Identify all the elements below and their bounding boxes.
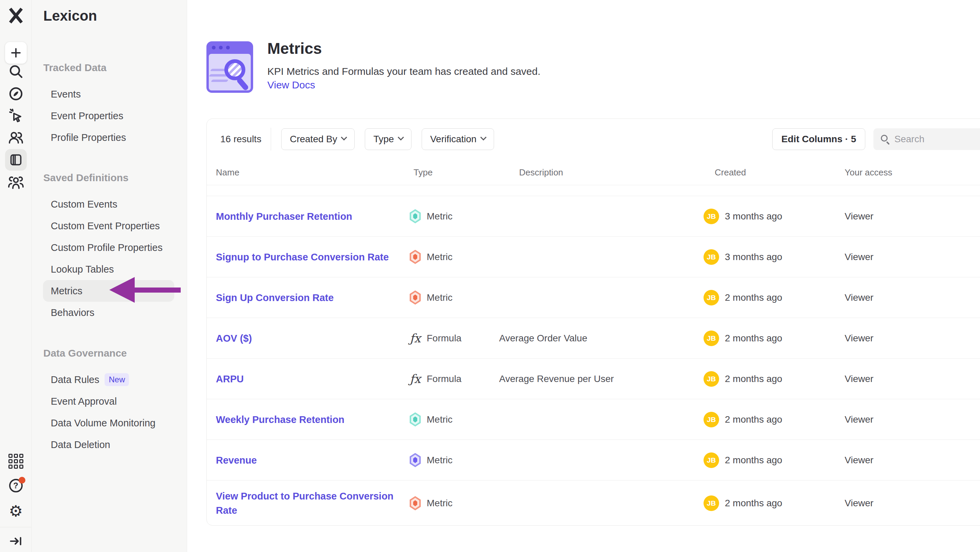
users-icon[interactable] bbox=[8, 129, 24, 146]
filter-created-by[interactable]: Created By bbox=[281, 128, 355, 150]
metric-name-link[interactable]: Monthly Purchaser Retention bbox=[216, 209, 406, 223]
create-plus-button[interactable] bbox=[5, 42, 27, 64]
group-icon[interactable] bbox=[8, 175, 24, 191]
sidebar-item-label: Event Approval bbox=[51, 391, 117, 412]
sidebar-item-custom-profile-properties[interactable]: Custom Profile Properties bbox=[43, 237, 174, 258]
type-label: Metric bbox=[427, 211, 452, 222]
apps-grid-icon[interactable] bbox=[8, 454, 23, 469]
search-nav-icon[interactable] bbox=[8, 63, 24, 80]
sidebar-item-event-approval[interactable]: Event Approval bbox=[43, 391, 174, 412]
created-time: 3 months ago bbox=[725, 252, 783, 262]
sidebar-section-label: Saved Definitions bbox=[43, 172, 187, 184]
new-badge: New bbox=[105, 373, 129, 386]
sidebar-item-events[interactable]: Events bbox=[43, 83, 174, 105]
sidebar-item-profile-properties[interactable]: Profile Properties bbox=[43, 127, 174, 148]
sidebar-item-event-properties[interactable]: Event Properties bbox=[43, 105, 174, 127]
type-cell: Metric bbox=[409, 453, 452, 467]
rail-divider bbox=[0, 527, 32, 527]
type-label: Metric bbox=[427, 498, 452, 509]
chevron-down-icon bbox=[341, 134, 347, 140]
chevron-down-icon bbox=[398, 134, 404, 140]
speed-line bbox=[211, 80, 229, 82]
created-cell: JB 2 months ago bbox=[703, 495, 783, 511]
table-search bbox=[873, 128, 980, 150]
sidebar-section-label: Tracked Data bbox=[43, 62, 187, 74]
avatar: JB bbox=[703, 412, 719, 428]
created-time: 2 months ago bbox=[725, 414, 783, 425]
table-row: Monthly Purchaser Retention Metric JB 3 … bbox=[207, 196, 980, 237]
window-dot bbox=[212, 46, 216, 49]
window-dot bbox=[219, 46, 223, 49]
edit-columns-button[interactable]: Edit Columns · 5 bbox=[772, 128, 865, 150]
created-time: 2 months ago bbox=[725, 292, 783, 303]
sidebar-item-label: Custom Events bbox=[51, 193, 118, 215]
sidebar-item-label: Events bbox=[51, 83, 81, 105]
events-cursor-click-icon[interactable] bbox=[8, 107, 24, 124]
sign-out-icon[interactable] bbox=[8, 534, 23, 549]
metric-name-link[interactable]: Revenue bbox=[216, 453, 406, 467]
settings-gear-icon[interactable]: ⚙ bbox=[9, 503, 23, 519]
window-dot bbox=[226, 46, 230, 49]
mixpanel-logo-icon[interactable] bbox=[8, 8, 24, 24]
sidebar-item-custom-events[interactable]: Custom Events bbox=[43, 193, 174, 215]
created-cell: JB 3 months ago bbox=[703, 249, 783, 265]
filter-type[interactable]: Type bbox=[365, 128, 412, 150]
avatar: JB bbox=[703, 249, 719, 265]
filter-label: Verification bbox=[430, 134, 476, 145]
metric-hexagon-icon bbox=[409, 412, 422, 427]
sidebar-section-label: Data Governance bbox=[43, 347, 187, 359]
metric-name-link[interactable]: View Product to Purchase Conversion Rate bbox=[216, 489, 406, 517]
sidebar-item-label: Metrics bbox=[51, 280, 82, 302]
sidebar-item-data-deletion[interactable]: Data Deletion bbox=[43, 434, 174, 455]
metric-name-link[interactable]: ARPU bbox=[216, 372, 406, 386]
sidebar-item-label: Event Properties bbox=[51, 105, 123, 127]
table-header-row: Name Type Description Created Your acces… bbox=[207, 160, 980, 185]
sidebar-section: Tracked Data Events Event Properties Pro… bbox=[32, 62, 187, 148]
search-input[interactable] bbox=[894, 134, 979, 145]
column-header-your-access: Your access bbox=[845, 167, 892, 177]
notification-dot bbox=[19, 477, 25, 483]
formula-fx-icon: ƒx bbox=[409, 332, 422, 345]
formula-fx-icon: ƒx bbox=[409, 372, 422, 386]
sidebar-section: Data Governance Data Rules New Event App… bbox=[32, 347, 187, 455]
type-label: Metric bbox=[427, 414, 452, 425]
type-cell: Metric bbox=[409, 209, 452, 223]
lexicon-panel-icon-selected[interactable] bbox=[5, 149, 27, 171]
type-cell: Metric bbox=[409, 290, 452, 305]
sidebar-item-data-rules[interactable]: Data Rules New bbox=[43, 369, 174, 391]
metric-name-link[interactable]: Sign Up Conversion Rate bbox=[216, 290, 406, 305]
table-row: Weekly Purchase Retention Metric JB 2 mo… bbox=[207, 399, 980, 440]
created-cell: JB 2 months ago bbox=[703, 290, 783, 305]
help-icon[interactable]: ? bbox=[8, 478, 23, 493]
avatar: JB bbox=[703, 371, 719, 387]
filter-label: Created By bbox=[290, 134, 337, 145]
metric-name-link[interactable]: Weekly Purchase Retention bbox=[216, 412, 406, 427]
description-cell: Average Order Value bbox=[499, 333, 587, 344]
search-icon bbox=[881, 135, 888, 142]
sidebar-item-data-volume-monitoring[interactable]: Data Volume Monitoring bbox=[43, 412, 174, 434]
access-cell: Viewer bbox=[845, 414, 873, 425]
chevron-down-icon bbox=[480, 134, 486, 140]
type-cell: ƒx Formula bbox=[409, 372, 461, 386]
view-docs-link[interactable]: View Docs bbox=[267, 79, 315, 91]
boards-compass-icon[interactable] bbox=[8, 86, 24, 102]
metric-name-link[interactable]: Signup to Purchase Conversion Rate bbox=[216, 250, 406, 264]
table-row: Revenue Metric JB 2 months ago Viewer bbox=[207, 440, 980, 480]
metric-hexagon-icon bbox=[409, 453, 422, 467]
column-header-description: Description bbox=[519, 167, 563, 177]
created-cell: JB 3 months ago bbox=[703, 209, 783, 224]
type-cell: ƒx Formula bbox=[409, 332, 461, 345]
toolbar-right: Edit Columns · 5 bbox=[772, 128, 980, 150]
scrolled-row-sliver bbox=[207, 185, 980, 196]
metric-name-link[interactable]: AOV ($) bbox=[216, 331, 406, 345]
metric-hexagon-icon bbox=[409, 496, 422, 511]
table-body: Monthly Purchaser Retention Metric JB 3 … bbox=[207, 196, 980, 526]
access-cell: Viewer bbox=[845, 333, 873, 344]
icon-rail: ? ⚙ bbox=[0, 0, 32, 552]
sidebar-section-items: Events Event Properties Profile Properti… bbox=[32, 83, 187, 148]
avatar: JB bbox=[703, 290, 719, 305]
sidebar-item-custom-event-properties[interactable]: Custom Event Properties bbox=[43, 215, 174, 237]
page-title: Metrics bbox=[267, 39, 322, 57]
created-time: 2 months ago bbox=[725, 373, 783, 384]
filter-verification[interactable]: Verification bbox=[422, 128, 494, 150]
